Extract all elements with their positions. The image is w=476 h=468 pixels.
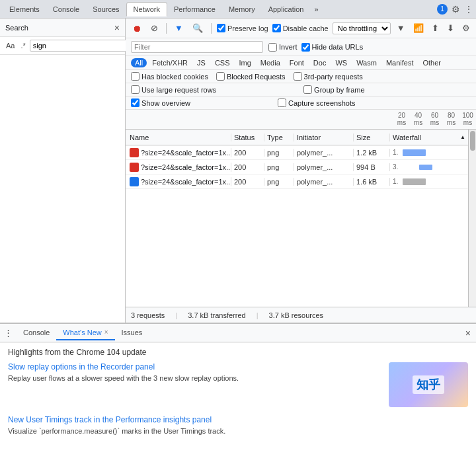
bottom-tab-bar: ⋮ Console What's New × Issues ×	[0, 324, 476, 342]
checkboxes-row1: Has blocked cookies Blocked Requests 3rd…	[126, 70, 476, 83]
timeline-ms-60: 60 ms	[426, 112, 443, 129]
blocked-requests-checkbox[interactable]	[216, 72, 225, 81]
invert-label[interactable]: Invert	[268, 43, 298, 52]
invert-checkbox[interactable]	[268, 43, 277, 52]
bottom-panel-icon[interactable]: ⋮	[0, 325, 17, 340]
disable-cache-checkbox[interactable]	[272, 24, 281, 32]
search-network-button[interactable]: 🔍	[190, 22, 206, 34]
type-tab-css[interactable]: CSS	[211, 58, 234, 67]
col-header-name[interactable]: Name	[126, 134, 231, 141]
tab-more[interactable]: »	[310, 3, 322, 16]
row-2-type: png	[264, 163, 294, 171]
notification-badge[interactable]: 1	[437, 4, 448, 15]
whats-new-close-btn[interactable]: ×	[104, 329, 108, 336]
status-bar: 3 requests | 3.7 kB transferred | 3.7 kB…	[126, 307, 476, 323]
use-large-rows-checkbox[interactable]	[131, 85, 139, 94]
has-blocked-cookies-checkbox[interactable]	[131, 72, 139, 81]
table-row[interactable]: ?size=24&scale_factor=1x... 200 png poly…	[126, 175, 468, 189]
regex-button[interactable]: .*	[19, 40, 27, 51]
scrollbar-thumb[interactable]	[470, 131, 475, 151]
preserve-log-checkbox[interactable]	[217, 24, 225, 32]
toolbar-sep-1	[166, 23, 167, 34]
row-2-status: 200	[231, 163, 264, 171]
news-item-1-row: Slow replay options in the Recorder pane…	[8, 362, 468, 407]
timeline-ms-80: 80 ms	[443, 112, 459, 129]
use-large-rows-label[interactable]: Use large request rows	[131, 85, 216, 94]
type-tab-wasm[interactable]: Wasm	[352, 58, 381, 67]
tab-network[interactable]: Network	[126, 2, 167, 17]
has-blocked-cookies-label[interactable]: Has blocked cookies	[131, 72, 208, 81]
news-link-1[interactable]: Slow replay options in the Recorder pane…	[8, 362, 382, 371]
sidebar-close-btn[interactable]: ×	[114, 22, 120, 33]
third-party-checkbox[interactable]	[294, 72, 302, 81]
type-tab-media[interactable]: Media	[257, 58, 284, 67]
type-tab-font[interactable]: Font	[286, 58, 308, 67]
filter-button[interactable]: ▼	[172, 22, 186, 34]
group-by-frame-label[interactable]: Group by frame	[303, 85, 364, 94]
hide-data-urls-label[interactable]: Hide data URLs	[301, 43, 364, 52]
search-input[interactable]	[30, 40, 128, 52]
type-tab-img[interactable]: Img	[235, 58, 255, 67]
type-tab-all[interactable]: All	[131, 58, 147, 67]
tab-memory[interactable]: Memory	[222, 3, 262, 16]
download-button[interactable]: ⬇	[445, 22, 456, 34]
news-link-2[interactable]: New User Timings track in the Performanc…	[8, 415, 468, 424]
toolbar-sep-2	[211, 23, 212, 34]
col-header-size[interactable]: Size	[354, 134, 390, 141]
type-tab-fetchxhr[interactable]: Fetch/XHR	[148, 58, 192, 67]
timeline-ms-100: 100 ms	[459, 112, 476, 129]
type-tab-js[interactable]: JS	[193, 58, 210, 67]
network-settings-btn[interactable]: ⚙	[460, 22, 472, 34]
col-header-initiator[interactable]: Initiator	[294, 134, 354, 141]
bottom-panel-close-btn[interactable]: ×	[460, 325, 476, 341]
type-tab-manifest[interactable]: Manifest	[382, 58, 418, 67]
waterfall-bar-3	[403, 178, 426, 185]
tab-whats-new[interactable]: What's New ×	[56, 326, 114, 340]
group-by-frame-checkbox[interactable]	[303, 85, 312, 94]
aa-button[interactable]: Aa	[4, 40, 17, 51]
col-header-waterfall[interactable]: Waterfall ▲	[390, 134, 468, 141]
row-3-type: png	[264, 178, 294, 186]
third-party-label[interactable]: 3rd-party requests	[294, 72, 363, 81]
row-1-type: png	[264, 149, 294, 157]
more-icon[interactable]: ⋮	[464, 4, 473, 15]
preserve-log-label[interactable]: Preserve log	[217, 24, 268, 32]
throttle-select[interactable]: No throttling Fast 3G Slow 3G Offline	[333, 22, 391, 34]
tab-application[interactable]: Application	[262, 3, 311, 16]
disable-cache-label[interactable]: Disable cache	[272, 24, 329, 32]
type-tab-ws[interactable]: WS	[331, 58, 351, 67]
transferred-size: 3.7 kB transferred	[188, 311, 245, 319]
show-overview-checkbox[interactable]	[131, 98, 139, 107]
table-scrollbar[interactable]	[468, 130, 476, 307]
import-button[interactable]: ⬆	[430, 22, 441, 34]
tab-sources[interactable]: Sources	[86, 3, 126, 16]
filter-options: Invert Hide data URLs	[268, 43, 363, 52]
tab-performance[interactable]: Performance	[167, 3, 222, 16]
clear-button[interactable]: ⊘	[148, 22, 161, 34]
news-desc-1: Replay user flows at a slower speed with…	[8, 373, 382, 383]
type-tab-other[interactable]: Other	[418, 58, 445, 67]
timeline-ms-20: 20 ms	[393, 112, 410, 129]
type-tab-doc[interactable]: Doc	[309, 58, 331, 67]
table-row[interactable]: ?size=24&scale_factor=1x... 200 png poly…	[126, 145, 468, 160]
record-button[interactable]: ⏺	[130, 22, 144, 35]
tab-console[interactable]: Console	[46, 3, 86, 16]
show-overview-label[interactable]: Show overview	[131, 98, 190, 107]
table-row[interactable]: ?size=24&scale_factor=1x... 200 png poly…	[126, 160, 468, 175]
tab-elements[interactable]: Elements	[3, 3, 46, 16]
col-header-type[interactable]: Type	[264, 134, 294, 141]
timeline-header: 20 ms 40 ms 60 ms 80 ms 100 ms	[126, 110, 476, 130]
blocked-requests-label[interactable]: Blocked Requests	[216, 72, 286, 81]
hide-data-urls-checkbox[interactable]	[301, 43, 310, 52]
settings-icon[interactable]: ⚙	[452, 4, 460, 15]
filter-input[interactable]	[131, 41, 263, 53]
capture-screenshots-label[interactable]: Capture screenshots	[278, 98, 356, 107]
filter-row: Invert Hide data URLs	[126, 38, 476, 56]
wifi-icon[interactable]: 📶	[411, 22, 426, 34]
tab-issues[interactable]: Issues	[115, 326, 149, 340]
tab-console[interactable]: Console	[17, 326, 56, 340]
throttle-more-btn[interactable]: ▼	[395, 22, 407, 34]
table-main: Name Status Type Initiator Size	[126, 130, 468, 307]
capture-screenshots-checkbox[interactable]	[278, 98, 286, 107]
col-header-status[interactable]: Status	[231, 134, 264, 141]
